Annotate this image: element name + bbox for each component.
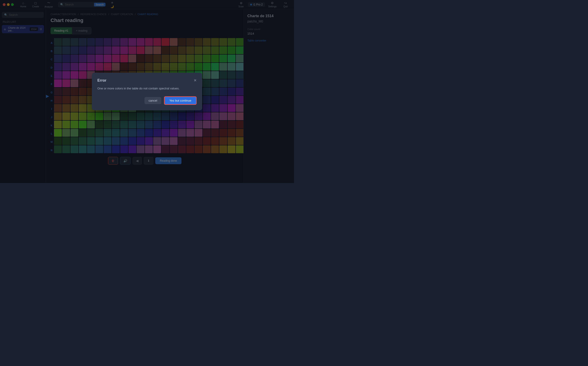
cancel-button[interactable]: cancel bbox=[144, 97, 161, 104]
modal-title: Error bbox=[97, 78, 106, 83]
modal-footer: cancel Yes but continue bbox=[97, 96, 197, 105]
error-modal: Error ✕ One or more colors in the table … bbox=[92, 73, 202, 110]
modal-close-button[interactable]: ✕ bbox=[194, 78, 197, 83]
modal-header: Error ✕ bbox=[97, 78, 197, 83]
layout: 🔍 FILES LIST ◈ Charte de 1514 pat... 151… bbox=[0, 9, 294, 183]
modal-overlay: Error ✕ One or more colors in the table … bbox=[46, 9, 244, 183]
main-content: CHARACTERIZATION / REFERENCE CHOICE / CH… bbox=[46, 9, 244, 183]
modal-body: One or more colors in the table do not c… bbox=[97, 86, 197, 91]
continue-button[interactable]: Yes but continue bbox=[164, 96, 197, 105]
